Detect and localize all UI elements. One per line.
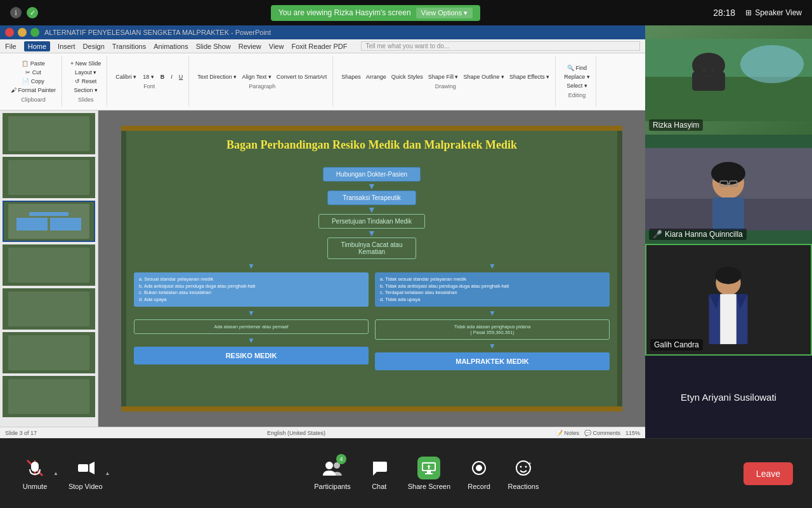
ribbon-font-face[interactable]: Calibri ▾ bbox=[114, 73, 138, 81]
rizka-name: Rizka Hasyim bbox=[653, 121, 699, 130]
ribbon-font-size[interactable]: 18 ▾ bbox=[141, 73, 156, 81]
ribbon-shapes[interactable]: Shapes bbox=[339, 73, 363, 81]
slide-thumb-4[interactable]: 4 bbox=[3, 244, 95, 286]
comments-btn[interactable]: 💬 Comments bbox=[584, 430, 620, 436]
notes-btn[interactable]: 📝 Notes bbox=[556, 430, 579, 436]
flow-arrow-3: ▼ bbox=[367, 229, 376, 237]
menu-design[interactable]: Design bbox=[83, 43, 105, 50]
ribbon-shape-outline[interactable]: Shape Outline ▾ bbox=[461, 73, 506, 81]
flow-node-4: Timbulnya Cacat atauKematian bbox=[327, 237, 416, 259]
slide-thumb-5[interactable]: 5 bbox=[3, 288, 95, 330]
ppt-window: ALTERNATIF PENYELESAIAN SENGKETA MALPRAK… bbox=[0, 25, 645, 438]
svg-point-38 bbox=[520, 466, 522, 468]
menu-slideshow[interactable]: Slide Show bbox=[196, 43, 231, 50]
ribbon-shape-fill[interactable]: Shape Fill ▾ bbox=[426, 73, 461, 81]
toolbar-right: Leave bbox=[743, 462, 793, 485]
ribbon-text-dir[interactable]: Text Direction ▾ bbox=[195, 73, 239, 81]
menu-home[interactable]: Home bbox=[24, 41, 50, 51]
slide-thumb-2[interactable]: 2 bbox=[3, 157, 95, 198]
ribbon-quick-styles[interactable]: Quick Styles bbox=[390, 73, 425, 81]
menu-file[interactable]: File bbox=[5, 43, 16, 50]
svg-point-11 bbox=[711, 162, 745, 185]
unmute-icon bbox=[23, 457, 46, 479]
ribbon-editing: 🔍 Find Replace ▾ Select ▾ Editing bbox=[558, 56, 596, 107]
ribbon-layout[interactable]: Layout ▾ bbox=[69, 69, 103, 76]
video-chevron[interactable]: ▲ bbox=[105, 471, 110, 476]
info-icon: ℹ bbox=[10, 7, 22, 18]
ribbon-copy[interactable]: 📄 Copy bbox=[9, 77, 58, 85]
galih-video-feed bbox=[646, 245, 811, 354]
ribbon-align-text[interactable]: Align Text ▾ bbox=[240, 73, 273, 81]
svg-point-36 bbox=[476, 465, 482, 471]
speaker-view-button[interactable]: ⊞ Speaker View bbox=[745, 8, 802, 17]
ribbon-reset[interactable]: ↺ Reset bbox=[69, 77, 103, 85]
ppt-window-title: ALTERNATIF PENYELESAIAN SENGKETA MALPRAK… bbox=[44, 29, 271, 36]
right-final-box: MALPRAKTEK MEDIK bbox=[375, 352, 610, 370]
participant-video-kiara: 🎤 Kiara Hanna Quinncilla bbox=[645, 135, 812, 244]
menu-transitions[interactable]: Transitions bbox=[112, 43, 146, 50]
ribbon-bold[interactable]: B bbox=[159, 73, 167, 81]
chat-button[interactable]: Chat bbox=[363, 457, 395, 490]
leave-button[interactable]: Leave bbox=[743, 462, 793, 485]
ppt-statusbar: Slide 3 of 17 English (United States) 📝 … bbox=[0, 427, 645, 438]
participant-video-galih: Galih Candra bbox=[645, 244, 812, 356]
svg-rect-15 bbox=[712, 197, 744, 231]
ppt-maximize-btn[interactable] bbox=[30, 28, 39, 37]
slide-thumb-3[interactable]: 3 bbox=[3, 201, 95, 242]
ribbon-replace[interactable]: Replace ▾ bbox=[562, 73, 592, 81]
menu-review[interactable]: Review bbox=[239, 43, 261, 50]
ribbon-format-painter[interactable]: 🖌 Format Painter bbox=[9, 86, 58, 94]
ribbon-paste[interactable]: 📋 Paste bbox=[9, 60, 58, 67]
ribbon-cut[interactable]: ✂ Cut bbox=[9, 69, 58, 76]
unmute-chevron[interactable]: ▲ bbox=[53, 471, 58, 476]
ribbon-convert[interactable]: Convert to SmartArt bbox=[275, 73, 329, 81]
zoom-level: 115% bbox=[625, 430, 640, 436]
participant-label-kiara: 🎤 Kiara Hanna Quinncilla bbox=[649, 229, 747, 240]
slide-main[interactable]: Bagan Perbandingan Resiko Medik dan Malp… bbox=[98, 110, 645, 427]
svg-marker-27 bbox=[89, 462, 95, 474]
svg-point-39 bbox=[525, 466, 527, 468]
participants-count: 4 bbox=[336, 454, 346, 464]
svg-rect-1 bbox=[645, 77, 812, 121]
ribbon-shape-effects[interactable]: Shape Effects ▾ bbox=[508, 73, 551, 81]
ribbon-arrange[interactable]: Arrange bbox=[364, 73, 388, 81]
slide-thumb-6[interactable]: 6 bbox=[3, 332, 95, 373]
main-content: ALTERNATIF PENYELESAIAN SENGKETA MALPRAK… bbox=[0, 25, 645, 438]
ppt-close-btn[interactable] bbox=[5, 28, 14, 37]
chat-icon bbox=[368, 457, 391, 479]
share-screen-button[interactable]: Share Screen bbox=[408, 457, 450, 490]
left-result-box: Ada alasan pembenar atau pemaaf bbox=[134, 319, 369, 334]
screen-share-banner: You are viewing Rizka Hasyim's screen Vi… bbox=[271, 5, 480, 21]
svg-rect-20 bbox=[720, 294, 737, 344]
ppt-minimize-btn[interactable] bbox=[18, 28, 27, 37]
menu-insert[interactable]: Insert bbox=[58, 43, 75, 50]
ribbon-font: Calibri ▾ 18 ▾ B I U Font bbox=[110, 56, 189, 107]
top-bar: ℹ ✓ You are viewing Rizka Hasyim's scree… bbox=[0, 0, 812, 25]
slide-panel[interactable]: 1 2 3 bbox=[0, 110, 98, 427]
ribbon-underline[interactable]: U bbox=[177, 73, 185, 81]
participant-label-rizka: Rizka Hasyim bbox=[649, 119, 703, 131]
menu-view[interactable]: View bbox=[269, 43, 284, 50]
menu-animations[interactable]: Animations bbox=[154, 43, 188, 50]
ribbon-find[interactable]: 🔍 Find bbox=[562, 64, 592, 72]
unmute-button[interactable]: Unmute bbox=[19, 457, 51, 490]
slide-canvas[interactable]: Bagan Perbandingan Resiko Medik dan Malp… bbox=[121, 126, 622, 411]
reactions-button[interactable]: + Reactions bbox=[508, 457, 539, 490]
svg-point-7 bbox=[712, 69, 715, 72]
two-col-section: ▼ a. Sesuai standar pelayanan medik b. A… bbox=[134, 262, 610, 370]
slide-left-border bbox=[121, 131, 126, 406]
svg-point-28 bbox=[325, 462, 333, 469]
stop-video-button[interactable]: Stop Video bbox=[69, 457, 103, 490]
flow-node-1: Hubungan Dokter-Pasien bbox=[323, 167, 421, 182]
ribbon-new-slide[interactable]: + New Slide bbox=[69, 60, 103, 67]
menu-foxit[interactable]: Foxit Reader PDF bbox=[291, 43, 347, 50]
ribbon-select[interactable]: Select ▾ bbox=[562, 82, 592, 90]
view-options-button[interactable]: View Options ▾ bbox=[416, 8, 473, 18]
record-button[interactable]: Record bbox=[463, 457, 495, 490]
slide-thumb-7[interactable]: 7 bbox=[3, 376, 95, 417]
ppt-ribbon: 📋 Paste ✂ Cut 📄 Copy 🖌 Format Painter Cl… bbox=[0, 53, 645, 110]
slide-thumb-1[interactable]: 1 bbox=[3, 113, 95, 154]
ribbon-section[interactable]: Section ▾ bbox=[69, 86, 103, 94]
participants-button[interactable]: 4 Participants bbox=[314, 457, 350, 490]
ribbon-italic[interactable]: I bbox=[169, 73, 174, 81]
